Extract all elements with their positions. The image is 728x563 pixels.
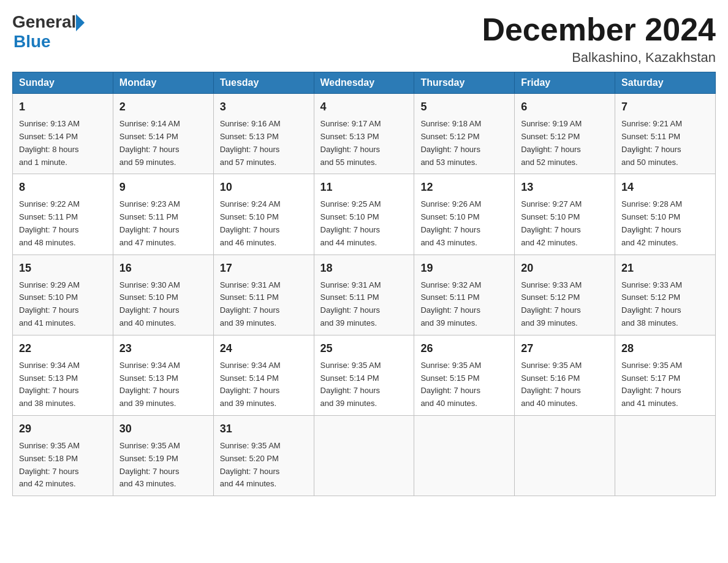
calendar-cell: 22 Sunrise: 9:34 AMSunset: 5:13 PMDaylig… [13, 335, 113, 415]
day-number: 25 [320, 340, 408, 357]
logo: General Blue [12, 12, 85, 52]
calendar-cell: 1 Sunrise: 9:13 AMSunset: 5:14 PMDayligh… [13, 94, 113, 174]
calendar-cell: 5 Sunrise: 9:18 AMSunset: 5:12 PMDayligh… [414, 94, 515, 174]
calendar-cell: 26 Sunrise: 9:35 AMSunset: 5:15 PMDaylig… [414, 335, 515, 415]
calendar-cell: 10 Sunrise: 9:24 AMSunset: 5:10 PMDaylig… [213, 174, 314, 255]
day-number: 12 [420, 179, 508, 196]
calendar-cell: 21 Sunrise: 9:33 AMSunset: 5:12 PMDaylig… [615, 255, 716, 335]
day-info: Sunrise: 9:23 AMSunset: 5:11 PMDaylight:… [119, 199, 180, 247]
day-info: Sunrise: 9:21 AMSunset: 5:11 PMDaylight:… [621, 119, 682, 166]
location-title: Balkashino, Kazakhstan [482, 50, 716, 66]
day-info: Sunrise: 9:35 AMSunset: 5:16 PMDaylight:… [521, 361, 582, 408]
day-number: 13 [521, 179, 609, 196]
day-number: 8 [19, 179, 107, 196]
calendar-table: SundayMondayTuesdayWednesdayThursdayFrid… [12, 72, 716, 496]
day-number: 7 [621, 99, 709, 115]
page-header: General Blue December 2024 Balkashino, K… [12, 12, 716, 66]
day-number: 1 [19, 99, 107, 115]
calendar-cell [414, 415, 515, 496]
calendar-cell: 17 Sunrise: 9:31 AMSunset: 5:11 PMDaylig… [213, 255, 314, 335]
day-number: 11 [320, 179, 408, 196]
calendar-cell: 30 Sunrise: 9:35 AMSunset: 5:19 PMDaylig… [113, 415, 213, 496]
calendar-cell: 4 Sunrise: 9:17 AMSunset: 5:13 PMDayligh… [314, 94, 414, 174]
calendar-cell: 3 Sunrise: 9:16 AMSunset: 5:13 PMDayligh… [213, 94, 314, 174]
header-wednesday: Wednesday [314, 72, 414, 94]
day-info: Sunrise: 9:31 AMSunset: 5:11 PMDaylight:… [220, 280, 281, 327]
day-info: Sunrise: 9:31 AMSunset: 5:11 PMDaylight:… [320, 280, 381, 327]
week-row-2: 8 Sunrise: 9:22 AMSunset: 5:11 PMDayligh… [13, 174, 716, 255]
day-info: Sunrise: 9:33 AMSunset: 5:12 PMDaylight:… [521, 280, 582, 327]
calendar-cell [515, 415, 615, 496]
day-number: 17 [220, 260, 308, 277]
day-number: 6 [521, 99, 609, 115]
day-number: 3 [220, 99, 308, 115]
title-block: December 2024 Balkashino, Kazakhstan [482, 12, 716, 66]
calendar-cell: 31 Sunrise: 9:35 AMSunset: 5:20 PMDaylig… [213, 415, 314, 496]
calendar-cell: 24 Sunrise: 9:34 AMSunset: 5:14 PMDaylig… [213, 335, 314, 415]
calendar-cell: 15 Sunrise: 9:29 AMSunset: 5:10 PMDaylig… [13, 255, 113, 335]
day-number: 4 [320, 99, 408, 115]
calendar-cell: 12 Sunrise: 9:26 AMSunset: 5:10 PMDaylig… [414, 174, 515, 255]
day-info: Sunrise: 9:27 AMSunset: 5:10 PMDaylight:… [521, 199, 582, 247]
day-info: Sunrise: 9:35 AMSunset: 5:17 PMDaylight:… [621, 361, 682, 408]
day-info: Sunrise: 9:22 AMSunset: 5:11 PMDaylight:… [19, 199, 80, 247]
calendar-cell: 2 Sunrise: 9:14 AMSunset: 5:14 PMDayligh… [113, 94, 213, 174]
header-sunday: Sunday [13, 72, 113, 94]
header-saturday: Saturday [615, 72, 716, 94]
day-info: Sunrise: 9:30 AMSunset: 5:10 PMDaylight:… [119, 280, 180, 327]
calendar-cell: 27 Sunrise: 9:35 AMSunset: 5:16 PMDaylig… [515, 335, 615, 415]
day-info: Sunrise: 9:34 AMSunset: 5:13 PMDaylight:… [19, 361, 80, 408]
day-info: Sunrise: 9:18 AMSunset: 5:12 PMDaylight:… [420, 119, 481, 166]
calendar-cell: 23 Sunrise: 9:34 AMSunset: 5:13 PMDaylig… [113, 335, 213, 415]
day-number: 14 [621, 179, 709, 196]
header-monday: Monday [113, 72, 213, 94]
day-info: Sunrise: 9:33 AMSunset: 5:12 PMDaylight:… [621, 280, 682, 327]
calendar-cell [615, 415, 716, 496]
day-number: 20 [521, 260, 609, 277]
day-number: 19 [420, 260, 508, 277]
day-info: Sunrise: 9:34 AMSunset: 5:14 PMDaylight:… [220, 361, 281, 408]
calendar-cell: 16 Sunrise: 9:30 AMSunset: 5:10 PMDaylig… [113, 255, 213, 335]
day-info: Sunrise: 9:13 AMSunset: 5:14 PMDaylight:… [19, 119, 80, 166]
day-number: 26 [420, 340, 508, 357]
day-info: Sunrise: 9:32 AMSunset: 5:11 PMDaylight:… [420, 280, 481, 327]
day-number: 31 [220, 421, 308, 437]
day-number: 27 [521, 340, 609, 357]
header-friday: Friday [515, 72, 615, 94]
day-number: 18 [320, 260, 408, 277]
day-number: 10 [220, 179, 308, 196]
month-title: December 2024 [482, 12, 716, 47]
day-info: Sunrise: 9:16 AMSunset: 5:13 PMDaylight:… [220, 119, 281, 166]
day-info: Sunrise: 9:17 AMSunset: 5:13 PMDaylight:… [320, 119, 381, 166]
logo-arrow-icon [76, 14, 85, 31]
day-info: Sunrise: 9:34 AMSunset: 5:13 PMDaylight:… [119, 361, 180, 408]
week-row-5: 29 Sunrise: 9:35 AMSunset: 5:18 PMDaylig… [13, 415, 716, 496]
calendar-cell: 19 Sunrise: 9:32 AMSunset: 5:11 PMDaylig… [414, 255, 515, 335]
day-info: Sunrise: 9:35 AMSunset: 5:18 PMDaylight:… [19, 441, 80, 488]
week-row-3: 15 Sunrise: 9:29 AMSunset: 5:10 PMDaylig… [13, 255, 716, 335]
header-row: SundayMondayTuesdayWednesdayThursdayFrid… [13, 72, 716, 94]
day-number: 15 [19, 260, 107, 277]
day-info: Sunrise: 9:14 AMSunset: 5:14 PMDaylight:… [119, 119, 180, 166]
day-number: 29 [19, 421, 107, 437]
day-info: Sunrise: 9:26 AMSunset: 5:10 PMDaylight:… [420, 199, 481, 247]
calendar-body: 1 Sunrise: 9:13 AMSunset: 5:14 PMDayligh… [13, 94, 716, 496]
header-thursday: Thursday [414, 72, 515, 94]
logo-general-text: General [12, 12, 76, 32]
calendar-cell: 14 Sunrise: 9:28 AMSunset: 5:10 PMDaylig… [615, 174, 716, 255]
day-number: 24 [220, 340, 308, 357]
day-info: Sunrise: 9:35 AMSunset: 5:15 PMDaylight:… [420, 361, 481, 408]
calendar-header: SundayMondayTuesdayWednesdayThursdayFrid… [13, 72, 716, 94]
calendar-cell: 11 Sunrise: 9:25 AMSunset: 5:10 PMDaylig… [314, 174, 414, 255]
calendar-cell: 7 Sunrise: 9:21 AMSunset: 5:11 PMDayligh… [615, 94, 716, 174]
day-info: Sunrise: 9:35 AMSunset: 5:19 PMDaylight:… [119, 441, 180, 488]
day-number: 16 [119, 260, 207, 277]
day-number: 23 [119, 340, 207, 357]
header-tuesday: Tuesday [213, 72, 314, 94]
calendar-cell: 8 Sunrise: 9:22 AMSunset: 5:11 PMDayligh… [13, 174, 113, 255]
day-number: 30 [119, 421, 207, 437]
calendar-cell [314, 415, 414, 496]
calendar-cell: 25 Sunrise: 9:35 AMSunset: 5:14 PMDaylig… [314, 335, 414, 415]
day-number: 9 [119, 179, 207, 196]
day-info: Sunrise: 9:28 AMSunset: 5:10 PMDaylight:… [621, 199, 682, 247]
